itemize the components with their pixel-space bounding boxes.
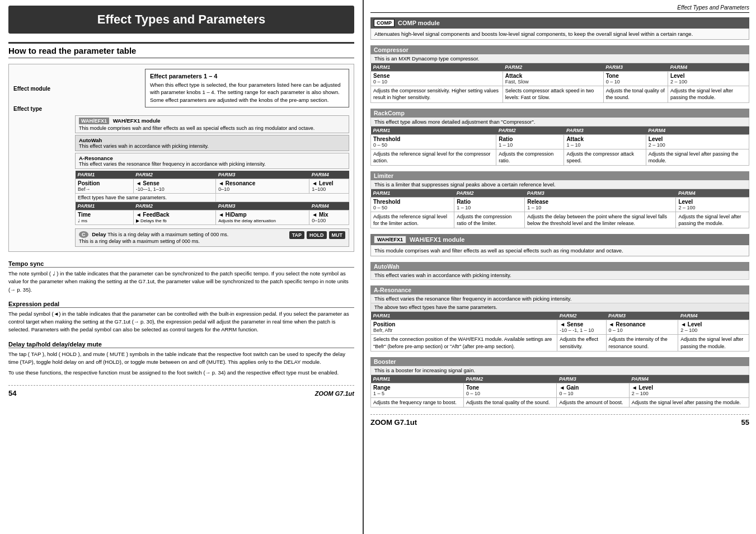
a-resonance-name: A-Resonance [79,155,113,161]
limiter-title: Limiter [370,171,749,180]
booster-param-table: PARM1PARM2PARM3PARM4 Range1 – 5 Tone0 – … [370,375,749,407]
left-title: Effect Types and Parameters [8,6,354,34]
right-a-resonance-section: A-Resonance This effect varies the reson… [370,285,749,351]
a-resonance-desc: This effect varies the resonance filter … [79,161,345,167]
delay-tap-section: Delay tap/hold delay/delay mute The tap … [8,341,354,377]
right-a-resonance-title: A-Resonance [370,285,749,294]
delay-module-desc: This is a ring delay with a maximum sett… [107,232,228,237]
hold-button[interactable]: HOLD [307,231,327,239]
limiter-desc: This is a limiter that suppresses signal… [370,180,749,189]
col-parm4: PARM4 [309,171,349,179]
comp-h1: PARM1 [371,63,503,72]
left-param-table: PARM1 PARM2 PARM3 PARM4 PositionBef→ ◄ S… [75,171,349,225]
right-page-num: 55 [741,418,749,427]
right-autowah-section: AutoWah This effect varies wah in accord… [370,262,749,280]
tempo-sync-desc: The note symbol ( ♩ ) in the table indic… [8,270,354,294]
delay-tap-desc2: To use these functions, the respective f… [8,369,354,377]
compressor-param-table: PARM1 PARM2 PARM3 PARM4 Sense0 – 10 Atta… [370,63,749,102]
left-page-numbers: 54 ZOOM G7.1ut [8,385,354,397]
booster-section: Booster This is a booster for increasing… [370,357,749,407]
comp-module-section: COMP COMP module Attenuates high-level s… [370,17,749,40]
wah-module-desc: This module comprises wah and filter eff… [79,125,345,131]
wah-efx1-badge: WAH/EFX1 [374,236,406,243]
delay-tap-title: Delay tap/hold delay/delay mute [8,341,354,348]
mute-button[interactable]: MUT [329,231,346,239]
wah-efx1-section: WAH/EFX1 WAH/EFX1 module This module com… [370,234,749,256]
rackcomp-section: RackComp This effect type allows more de… [370,109,749,166]
tempo-sync-title: Tempo sync [8,260,354,268]
delay-desc: This is a ring delay with a maximum sett… [79,238,345,244]
rackcomp-param-table: PARM1PARM2PARM3PARM4 Threshold0 – 50 Rat… [370,127,749,166]
rackcomp-desc: This effect type allows more detailed ad… [370,118,749,127]
comp-module-title: COMP module [398,20,440,26]
wah-module-name: WAH/EFX1 module [113,118,161,124]
wah-module-row: WAH/EFX1 WAH/EFX1 module This module com… [75,115,349,133]
comp-badge: COMP [374,19,395,27]
wah-efx1-desc: This module comprises wah and filter eff… [370,245,749,256]
col-parm1: PARM1 [76,171,134,179]
expression-pedal-section: Expression pedal The pedal symbol (◄) in… [8,301,354,334]
a-resonance-note: The above two effect types have the same… [370,303,749,312]
comp-h2: PARM2 [503,63,603,72]
right-panel: Effect Types and Parameters COMP COMP mo… [364,0,756,534]
effect-type-label: Effect type [13,106,78,112]
autowah-name: AutoWah [79,137,102,143]
tap-button[interactable]: TAP [289,231,304,239]
expression-pedal-title: Expression pedal [8,301,354,308]
right-autowah-title: AutoWah [370,262,749,271]
tempo-sync-section: Tempo sync The note symbol ( ♩ ) in the … [8,260,354,294]
col-parm2: PARM2 [133,171,215,179]
comp-h3: PARM3 [603,63,668,72]
wah-efx1-title: WAH/EFX1 module [410,236,464,243]
left-page-num: 54 [8,389,16,397]
wah-efx1-header: WAH/EFX1 WAH/EFX1 module [370,234,749,245]
right-page-numbers: ZOOM G7.1ut 55 [370,414,749,427]
delay-module-name: Delay [92,231,106,237]
limiter-section: Limiter This is a limiter that suppresse… [370,171,749,228]
compressor-desc: This is an MXR Dynacomp type compressor. [370,54,749,63]
booster-title: Booster [370,357,749,366]
diagram-area: Effect module Effect type Effect paramet… [8,64,354,252]
rackcomp-title: RackComp [370,109,749,118]
effect-params-box: Effect parameters 1 – 4 When this effect… [145,69,349,107]
left-panel: Effect Types and Parameters How to read … [0,0,364,534]
comp-title-bar: COMP COMP module [370,17,749,29]
section-heading: How to read the parameter table [8,42,354,58]
effect-module-label: Effect module [13,86,78,92]
comp-module-desc: Attenuates high-level signal components … [370,29,749,40]
a-resonance-param-table: PARM1PARM2PARM3PARM4 PositionBefr, Aftr … [370,312,749,351]
booster-desc: This is a booster for increasing signal … [370,366,749,375]
delay-tap-desc: The tap ( TAP ), hold ( HOLD ), and mute… [8,350,354,367]
delay-box: C Delay This is a ring delay with a maxi… [75,228,349,247]
right-zoom-label: ZOOM G7.1ut [370,418,417,427]
right-a-resonance-desc: This effect varies the resonance filter … [370,294,749,303]
col-parm3: PARM3 [216,171,309,179]
compressor-section: Compressor This is an MXR Dynacomp type … [370,45,749,102]
right-header: Effect Types and Parameters [370,4,749,13]
autowah-row: AutoWah This effect varies wah in accord… [75,135,349,151]
params-box-title: Effect parameters 1 – 4 [150,73,344,79]
expression-pedal-desc: The pedal symbol (◄) in the table indica… [8,310,354,334]
a-resonance-row: A-Resonance This effect varies the reson… [75,153,349,169]
autowah-desc: This effect varies wah in accordance wit… [79,143,345,149]
params-box-desc: When this effect type is selected, the f… [150,81,344,104]
right-autowah-desc: This effect varies wah in accordance wit… [370,271,749,280]
left-zoom-label: ZOOM G7.1ut [315,390,354,397]
limiter-param-table: PARM1PARM2PARM3PARM4 Threshold0 – 50 Rat… [370,189,749,228]
comp-h4: PARM4 [668,63,749,72]
compressor-title: Compressor [370,45,749,54]
wah-badge: WAH/EFX1 [79,118,109,124]
